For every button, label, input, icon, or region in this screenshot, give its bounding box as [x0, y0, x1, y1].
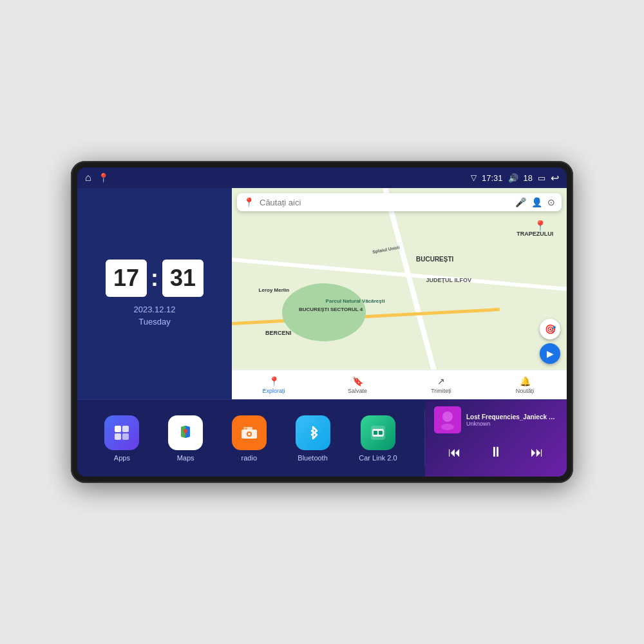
app-icon-radio[interactable]: FM radio	[232, 415, 267, 462]
map-location-marker: 📍	[534, 220, 547, 232]
map-label-berceni: BERCENI	[265, 330, 292, 336]
carlink-icon	[361, 415, 395, 450]
map-widget[interactable]: TRAPEZULUI BUCUREȘTI JUDEȚUL ILFOV Leroy…	[232, 188, 567, 399]
radio-icon: FM	[232, 415, 267, 450]
svg-rect-12	[374, 431, 377, 435]
app-icon-maps[interactable]: Maps	[168, 415, 203, 462]
battery-level: 18	[524, 173, 533, 183]
clock-display: 17 : 31	[106, 260, 204, 297]
map-label-sector4: BUCUREȘTI SECTORUL 4	[299, 307, 363, 312]
map-label-parcul: Parcul Natural Văcărești	[326, 298, 385, 304]
map-nav-share[interactable]: ↗ Trimiteți	[399, 370, 483, 399]
maps-icon	[168, 415, 203, 450]
top-section: 17 : 31 2023.12.12 Tuesday	[77, 188, 567, 399]
music-player: Lost Frequencies_Janieck Devy-... Unknow…	[425, 400, 567, 477]
map-label-splai: Splaiul Unirii	[372, 245, 400, 254]
map-nav-explore[interactable]: 📍 Explorați	[232, 370, 316, 399]
map-overlay-buttons: 🎯 ▶	[540, 319, 560, 364]
signal-icon: ▽	[471, 173, 477, 182]
svg-point-15	[442, 412, 453, 422]
album-art	[434, 406, 461, 433]
svg-rect-0	[115, 426, 121, 432]
apps-icon	[104, 415, 139, 450]
map-nav-saved[interactable]: 🔖 Salvate	[316, 370, 399, 399]
status-right: ▽ 17:31 🔊 18 ▭ ↩	[471, 172, 559, 184]
svg-point-16	[441, 424, 454, 430]
battery-icon: ▭	[538, 173, 545, 183]
app-label-apps: Apps	[114, 454, 130, 462]
map-nav-news[interactable]: 🔔 Noutăți	[483, 370, 567, 399]
clock-widget: 17 : 31 2023.12.12 Tuesday	[77, 188, 232, 399]
map-nav-share-label: Trimiteți	[431, 388, 451, 394]
map-navigate-btn[interactable]: ▶	[540, 343, 560, 364]
map-nav-share-icon: ↗	[437, 376, 445, 386]
device-frame: ⌂ 📍 ▽ 17:31 🔊 18 ▭ ↩ 17 :	[71, 161, 573, 483]
map-bottom-nav: 📍 Explorați 🔖 Salvate ↗ Trimiteți 🔔	[232, 370, 567, 399]
map-search-bar[interactable]: 📍 Căutați aici 🎤 👤 ⊙	[237, 193, 562, 211]
svg-rect-13	[379, 431, 383, 435]
music-controls: ⏮ ⏸ ⏭	[434, 439, 558, 466]
map-nav-saved-icon: 🔖	[352, 376, 363, 386]
volume-icon: 🔊	[508, 173, 518, 183]
map-nav-news-label: Noutăți	[516, 388, 535, 394]
map-background: TRAPEZULUI BUCUREȘTI JUDEȚUL ILFOV Leroy…	[232, 188, 567, 399]
device-screen: ⌂ 📍 ▽ 17:31 🔊 18 ▭ ↩ 17 :	[77, 167, 567, 477]
music-next-button[interactable]: ⏭	[526, 442, 549, 462]
svg-text:FM: FM	[243, 426, 247, 430]
svg-rect-3	[122, 433, 129, 440]
map-road	[383, 188, 442, 393]
music-title: Lost Frequencies_Janieck Devy-...	[466, 413, 558, 421]
clock-date: 2023.12.12 Tuesday	[133, 303, 175, 328]
music-info: Lost Frequencies_Janieck Devy-... Unknow…	[434, 406, 558, 433]
clock-colon: :	[151, 265, 158, 292]
map-layers-icon[interactable]: ⊙	[547, 197, 555, 207]
app-label-maps: Maps	[177, 454, 194, 462]
svg-rect-1	[122, 426, 129, 432]
svg-point-7	[248, 433, 251, 435]
map-nav-explore-icon: 📍	[269, 376, 279, 386]
map-label-leroy: Leroy Merlin	[259, 287, 290, 293]
map-road	[232, 308, 500, 325]
map-search-pin-icon: 📍	[243, 197, 254, 207]
map-search-actions: 🎤 👤 ⊙	[515, 197, 555, 207]
bottom-section: Apps Maps	[77, 399, 567, 477]
status-time: 17:31	[482, 173, 503, 183]
app-icon-carlink[interactable]: Car Link 2.0	[359, 415, 397, 462]
main-area: 17 : 31 2023.12.12 Tuesday	[77, 188, 567, 477]
bluetooth-icon	[296, 415, 330, 450]
map-voice-icon[interactable]: 🎤	[515, 197, 526, 207]
map-nav-explore-label: Explorați	[262, 388, 285, 394]
svg-rect-2	[115, 433, 121, 440]
music-prev-button[interactable]: ⏮	[443, 442, 466, 462]
music-artist: Unknown	[466, 421, 558, 427]
app-icon-bluetooth[interactable]: Bluetooth	[296, 415, 330, 462]
app-icons-row: Apps Maps	[77, 400, 424, 477]
home-icon[interactable]: ⌂	[85, 172, 91, 184]
map-nav-news-icon: 🔔	[520, 376, 531, 386]
music-play-button[interactable]: ⏸	[484, 441, 508, 463]
map-label-bucuresti: BUCUREȘTI	[416, 256, 453, 263]
map-location-btn[interactable]: 🎯	[540, 319, 560, 339]
map-search-input[interactable]: Căutați aici	[260, 198, 510, 207]
clock-minute: 31	[162, 260, 204, 297]
app-label-bluetooth: Bluetooth	[298, 454, 327, 462]
map-nav-saved-label: Salvate	[348, 388, 367, 394]
clock-hour: 17	[106, 260, 147, 297]
app-label-carlink: Car Link 2.0	[359, 454, 397, 462]
map-account-icon[interactable]: 👤	[531, 197, 542, 207]
app-label-radio: radio	[242, 454, 257, 462]
music-text: Lost Frequencies_Janieck Devy-... Unknow…	[466, 413, 558, 427]
maps-status-icon[interactable]: 📍	[98, 173, 109, 183]
map-label-judet: JUDEȚUL ILFOV	[426, 277, 471, 283]
status-bar: ⌂ 📍 ▽ 17:31 🔊 18 ▭ ↩	[77, 167, 567, 188]
back-icon[interactable]: ↩	[551, 172, 559, 184]
status-left: ⌂ 📍	[85, 172, 109, 184]
app-icon-apps[interactable]: Apps	[104, 415, 139, 462]
svg-point-4	[184, 429, 187, 433]
